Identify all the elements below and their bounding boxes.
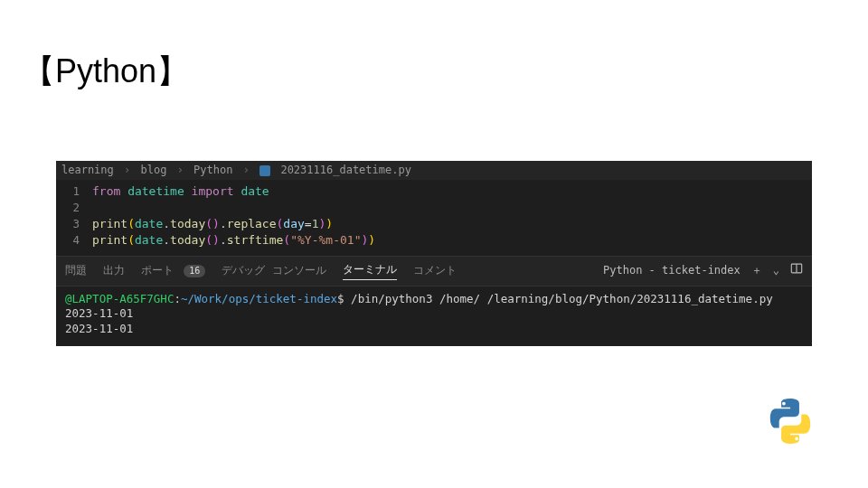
method: today [170, 233, 205, 247]
tab-comments[interactable]: コメント [413, 263, 457, 278]
method: replace [227, 217, 277, 230]
keyword: from [92, 184, 120, 198]
number: 1 [312, 217, 319, 230]
code-editor[interactable]: 1 2 3 4 from datetime import date print(… [56, 180, 812, 256]
command: /bin/python3 /home/ [351, 292, 480, 305]
breadcrumb-seg[interactable]: Python [193, 164, 232, 176]
tab-debug-console[interactable]: デバッグ コンソール [222, 263, 326, 278]
python-file-icon [259, 165, 270, 176]
string: "%Y-%m-01" [290, 233, 361, 247]
plus-icon[interactable]: ＋ [751, 263, 762, 278]
class: date [135, 217, 163, 230]
code-lines: from datetime import date print(date.tod… [92, 183, 812, 249]
prompt-dollar: $ [337, 292, 351, 305]
python-logo-icon [767, 398, 814, 445]
tab-ports[interactable]: ポート 16 [141, 263, 205, 278]
code-line: print(date.today().replace(day=1)) [92, 216, 812, 232]
method: strftime [227, 233, 284, 247]
line-number: 1 [56, 183, 80, 200]
breadcrumb-seg[interactable]: blog [141, 164, 167, 176]
function: print [92, 233, 127, 247]
prompt-host: @LAPTOP-A65F7GHC [65, 292, 174, 305]
line-number: 4 [56, 232, 80, 249]
line-number: 2 [56, 200, 80, 216]
prompt-sep: : [174, 292, 181, 305]
breadcrumb-seg[interactable]: learning [61, 164, 114, 176]
keyword: import [192, 184, 234, 198]
vscode-screenshot: learning › blog › Python › 20231116_date… [56, 161, 812, 346]
terminal-profile-label[interactable]: Python - ticket-index [603, 263, 741, 278]
command: /learning/blog/Python/20231116_datetime.… [487, 292, 773, 305]
terminal-line: @LAPTOP-A65F7GHC:~/Work/ops/ticket-index… [65, 292, 803, 307]
method: today [170, 217, 205, 230]
class: date [135, 233, 163, 247]
split-panel-icon[interactable] [790, 262, 803, 279]
breadcrumb: learning › blog › Python › 20231116_date… [56, 161, 812, 180]
arg-name: day [283, 217, 304, 230]
chevron-right-icon: › [124, 164, 130, 176]
tab-problems[interactable]: 問題 [65, 263, 87, 278]
tab-output[interactable]: 出力 [103, 263, 125, 278]
terminal-line: 2023-11-01 [65, 322, 803, 337]
breadcrumb-file[interactable]: 20231116_datetime.py [280, 164, 411, 176]
chevron-down-icon[interactable]: ⌄ [773, 263, 779, 278]
tab-ports-label: ポート [141, 264, 174, 277]
code-line: from datetime import date [92, 183, 812, 200]
terminal-line: 2023-11-01 [65, 306, 803, 322]
identifier: date [241, 184, 269, 198]
panel-tabs: 問題 出力 ポート 16 デバッグ コンソール ターミナル コメント Pytho… [56, 256, 812, 286]
ports-badge: 16 [184, 265, 205, 277]
tab-terminal[interactable]: ターミナル [343, 262, 397, 280]
prompt-path: ~/Work/ops/ticket-index [181, 292, 337, 305]
chevron-right-icon: › [243, 164, 250, 176]
code-line: print(date.today().strftime("%Y-%m-01")) [92, 232, 812, 249]
slide-title: 【Python】 [23, 50, 189, 94]
line-number-gutter: 1 2 3 4 [56, 183, 92, 249]
module: datetime [127, 184, 184, 198]
chevron-right-icon: › [177, 164, 184, 176]
panel-right-controls: Python - ticket-index ＋ ⌄ [603, 262, 803, 279]
line-number: 3 [56, 216, 80, 232]
code-line [92, 200, 812, 216]
operator: = [305, 217, 312, 230]
terminal-output[interactable]: @LAPTOP-A65F7GHC:~/Work/ops/ticket-index… [56, 286, 812, 347]
function: print [92, 217, 127, 230]
